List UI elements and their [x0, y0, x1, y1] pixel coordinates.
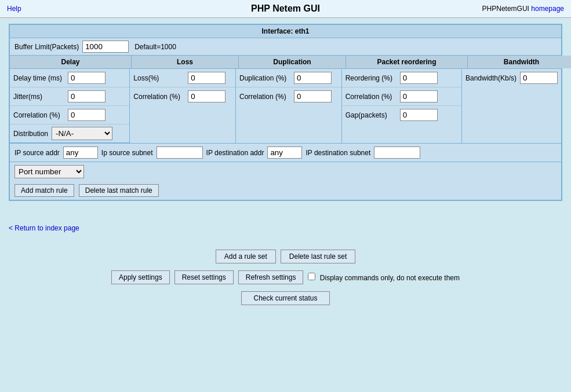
help-link[interactable]: Help [7, 5, 21, 13]
correlation-loss-label: Correlation (%) [133, 93, 186, 101]
loss-label: Loss(%) [133, 74, 186, 82]
bandwidth-label: Bandwidth(Kb/s) [465, 74, 518, 82]
app-title: PHP Netem GUI [251, 3, 320, 14]
correlation-reorder-row: Correlation (%) [342, 87, 461, 106]
action-buttons-row: Add match rule Delete last match rule [10, 181, 561, 200]
ip-dest-addr-input[interactable] [267, 146, 302, 159]
port-number-select[interactable]: Port number Source port Destination port [14, 165, 84, 178]
duplication-label: Duplication (%) [239, 74, 292, 82]
distribution-label: Distribution [13, 130, 48, 138]
delay-time-label: Delay time (ms) [13, 74, 66, 82]
add-match-rule-button[interactable]: Add match rule [14, 184, 74, 197]
correlation-reorder-label: Correlation (%) [345, 93, 398, 101]
ip-source-addr-input[interactable] [63, 146, 98, 159]
buffer-limit-input[interactable] [82, 41, 129, 53]
ip-source-subnet-input[interactable] [157, 146, 203, 159]
phpnetemgui-label: PHPNetemGUI [482, 5, 529, 13]
duplication-input[interactable] [294, 72, 332, 84]
buffer-default-label: Default=1000 [134, 43, 176, 51]
delay-time-row: Delay time (ms) [10, 69, 129, 87]
ruleset-buttons: Add a rule set Delete last rule set [9, 250, 562, 263]
add-rule-set-button[interactable]: Add a rule set [216, 250, 276, 263]
data-grid: Delay time (ms) Jitter(ms) Correlation (… [10, 69, 561, 144]
delay-column: Delay time (ms) Jitter(ms) Correlation (… [10, 69, 130, 143]
gap-row: Gap(packets) [342, 106, 461, 124]
gap-label: Gap(packets) [345, 111, 398, 119]
buffer-limit-label: Buffer Limit(Packets) [14, 43, 79, 51]
loss-row: Loss(%) [130, 69, 235, 87]
jitter-input[interactable] [68, 90, 106, 102]
ip-source-addr-label: IP source addr [14, 149, 60, 157]
main-content: Interface: eth1 Buffer Limit(Packets) De… [0, 18, 571, 213]
duplication-row: Duplication (%) [236, 69, 341, 87]
loss-header: Loss [132, 56, 239, 68]
loss-column: Loss(%) Correlation (%) [130, 69, 236, 143]
duplication-column: Duplication (%) Correlation (%) [236, 69, 342, 143]
bottom-section: < Return to index page Add a rule set De… [0, 213, 571, 324]
interface-title: Interface: eth1 [10, 25, 561, 38]
section-headers: Delay Loss Duplication Packet reordering… [10, 56, 561, 69]
correlation-delay-label: Correlation (%) [13, 111, 66, 119]
bandwidth-column: Bandwidth(Kb/s) [462, 69, 561, 143]
ip-dest-subnet-input[interactable] [374, 146, 420, 159]
reordering-column: Reordering (%) Correlation (%) Gap(packe… [342, 69, 462, 143]
correlation-loss-input[interactable] [188, 90, 226, 102]
loss-input[interactable] [188, 72, 226, 84]
display-commands-label: Display commands only, do not execute th… [308, 273, 460, 282]
reordering-input[interactable] [400, 72, 438, 84]
refresh-settings-button[interactable]: Refresh settings [238, 270, 304, 284]
bandwidth-row: Bandwidth(Kb/s) [462, 69, 561, 87]
correlation-delay-row: Correlation (%) [10, 106, 129, 124]
port-number-row: Port number Source port Destination port [10, 162, 561, 181]
top-bar: Help PHP Netem GUI PHPNetemGUI homepage [0, 0, 571, 18]
reordering-label: Reordering (%) [345, 74, 398, 82]
apply-settings-button[interactable]: Apply settings [111, 270, 170, 284]
distribution-select[interactable]: -N/A- normal pareto paretonormal [52, 127, 112, 140]
delay-time-input[interactable] [68, 72, 106, 84]
display-commands-checkbox[interactable] [308, 273, 315, 280]
display-commands-text: Display commands only, do not execute th… [320, 274, 460, 282]
correlation-loss-row: Correlation (%) [130, 87, 235, 105]
ip-source-subnet-label: Ip source subnet [101, 149, 153, 157]
match-rules-row: IP source addr Ip source subnet IP desti… [10, 144, 561, 162]
reordering-header: Packet reordering [346, 56, 468, 68]
return-to-index-link[interactable]: < Return to index page [9, 224, 562, 232]
reset-settings-button[interactable]: Reset settings [174, 270, 234, 284]
jitter-row: Jitter(ms) [10, 87, 129, 106]
interface-box: Interface: eth1 Buffer Limit(Packets) De… [9, 24, 562, 201]
buffer-row: Buffer Limit(Packets) Default=1000 [10, 38, 561, 56]
bandwidth-input[interactable] [520, 72, 558, 84]
top-bar-right: PHPNetemGUI homepage [482, 5, 564, 13]
homepage-link[interactable]: homepage [531, 5, 564, 13]
distribution-row: Distribution -N/A- normal pareto pareton… [10, 124, 129, 143]
gap-input[interactable] [400, 109, 438, 121]
check-current-status-button[interactable]: Check current status [241, 291, 329, 305]
settings-row: Apply settings Reset settings Refresh se… [9, 270, 562, 284]
correlation-reorder-input[interactable] [400, 90, 438, 102]
delay-header: Delay [10, 56, 132, 68]
delete-last-rule-set-button[interactable]: Delete last rule set [281, 250, 355, 263]
delete-last-match-rule-button[interactable]: Delete last match rule [79, 184, 159, 197]
bandwidth-header: Bandwidth [468, 56, 571, 68]
jitter-label: Jitter(ms) [13, 93, 66, 101]
correlation-dup-label: Correlation (%) [239, 93, 292, 101]
reordering-row: Reordering (%) [342, 69, 461, 87]
correlation-dup-row: Correlation (%) [236, 87, 341, 105]
ip-dest-subnet-label: IP destination subnet [305, 149, 370, 157]
correlation-dup-input[interactable] [294, 90, 332, 102]
check-status-row: Check current status [9, 291, 562, 305]
ip-dest-addr-label: IP destination addr [206, 149, 264, 157]
duplication-header: Duplication [239, 56, 346, 68]
correlation-delay-input[interactable] [68, 109, 106, 121]
